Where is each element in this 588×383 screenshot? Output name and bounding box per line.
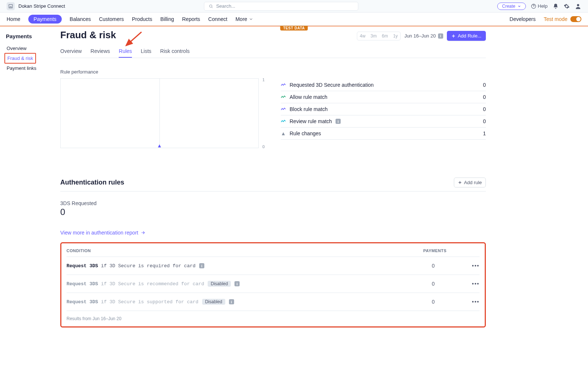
search-icon <box>209 4 213 8</box>
profile-icon[interactable] <box>575 3 581 10</box>
rule-more-icon[interactable]: ••• <box>465 281 480 287</box>
nav-billing[interactable]: Billing <box>160 16 174 22</box>
legend-row[interactable]: Requested 3D Secure authentication 0 <box>281 79 486 91</box>
legend-value: 1 <box>483 130 486 136</box>
stat-3ds-value: 0 <box>60 207 486 217</box>
rule-change-marker-icon: ▲ <box>157 143 162 148</box>
sidebar-item-fraud-risk[interactable]: Fraud & risk <box>4 54 35 63</box>
svg-point-0 <box>209 5 212 7</box>
chart-y-max: 1 <box>262 78 265 82</box>
nav-products[interactable]: Products <box>132 16 152 22</box>
legend-row[interactable]: ▲ Rule changes 1 <box>281 128 486 140</box>
nav-connect[interactable]: Connect <box>208 16 227 22</box>
add-rule-button[interactable]: Add rule <box>454 178 486 187</box>
legend-label: Block rule match <box>290 106 327 112</box>
view-more-link[interactable]: View more in authentication report <box>60 230 486 236</box>
add-rule-primary-button[interactable]: Add Rule... <box>447 31 486 41</box>
legend-value: 0 <box>483 118 486 124</box>
rule-condition: Request 3DS if 3D Secure is supported fo… <box>67 299 428 305</box>
help-label: Help <box>538 3 548 9</box>
settings-icon[interactable] <box>564 3 570 9</box>
info-icon: i <box>234 281 240 286</box>
rule-row[interactable]: Request 3DS if 3D Secure is recommended … <box>67 275 480 293</box>
rule-condition: Request 3DS if 3D Secure is recommended … <box>67 281 428 287</box>
rule-more-icon[interactable]: ••• <box>465 299 480 305</box>
chevron-down-icon <box>249 17 253 21</box>
toggle-switch-icon <box>570 16 581 22</box>
tab-rules[interactable]: Rules <box>119 45 132 58</box>
nav-payments[interactable]: Payments <box>28 15 61 24</box>
rule-performance-chart: ▲ <box>60 78 259 148</box>
test-data-badge: TEST DATA <box>280 26 308 31</box>
disabled-badge: Disabled <box>202 299 225 305</box>
chevron-down-icon <box>517 4 521 8</box>
tab-risk-controls[interactable]: Risk controls <box>160 45 190 58</box>
sidebar-title: Payments <box>4 33 52 39</box>
legend-label: Review rule match <box>290 118 332 124</box>
period-3m[interactable]: 3m <box>368 32 379 40</box>
search-placeholder: Search... <box>216 3 235 9</box>
page-title: Fraud & risk <box>60 29 116 41</box>
legend-value: 0 <box>483 94 486 100</box>
tab-overview[interactable]: Overview <box>60 45 82 58</box>
col-payments: PAYMENTS <box>423 248 447 253</box>
rule-payments: 0 <box>432 263 461 269</box>
rule-payments: 0 <box>432 299 461 305</box>
auth-rules-table: CONDITION PAYMENTS Request 3DS if 3D Sec… <box>60 242 486 327</box>
nav-more[interactable]: More <box>236 16 253 22</box>
help-button[interactable]: Help <box>531 3 548 9</box>
create-label: Create <box>502 4 515 9</box>
plus-icon <box>458 180 462 185</box>
search-input[interactable]: Search... <box>204 2 358 11</box>
chart-y-min: 0 <box>262 144 265 149</box>
plus-icon <box>451 34 456 38</box>
col-condition: CONDITION <box>67 248 91 253</box>
arrow-right-icon <box>140 230 146 235</box>
legend-row[interactable]: Review rule match i 0 <box>281 115 486 128</box>
info-icon: i <box>229 299 234 304</box>
nav-developers[interactable]: Developers <box>510 16 536 22</box>
nav-home[interactable]: Home <box>7 16 20 22</box>
tab-reviews[interactable]: Reviews <box>90 45 110 58</box>
nav-balances[interactable]: Balances <box>70 16 91 22</box>
disabled-badge: Disabled <box>208 281 231 287</box>
sidebar-item-overview[interactable]: Overview <box>4 44 52 53</box>
legend-line-icon <box>281 119 286 123</box>
legend-row[interactable]: Allow rule match 0 <box>281 91 486 103</box>
legend-line-icon: ▲ <box>281 130 286 136</box>
legend-row[interactable]: Block rule match 0 <box>281 103 486 115</box>
store-icon <box>7 2 15 10</box>
rule-performance-label: Rule performance <box>60 69 486 75</box>
rule-row[interactable]: Request 3DS if 3D Secure is required for… <box>67 257 480 275</box>
nav-customers[interactable]: Customers <box>99 16 124 22</box>
legend-value: 0 <box>483 106 486 112</box>
legend-label: Allow rule match <box>290 94 327 100</box>
nav-reports[interactable]: Reports <box>182 16 200 22</box>
info-icon: i <box>336 119 341 124</box>
auth-rules-title: Authentication rules <box>60 179 124 186</box>
tab-lists[interactable]: Lists <box>141 45 151 58</box>
period-selector[interactable]: 4w 3m 6m 1y <box>357 32 401 40</box>
period-6m[interactable]: 6m <box>379 32 391 40</box>
test-mode-toggle[interactable]: Test mode <box>544 16 581 22</box>
rule-more-icon[interactable]: ••• <box>465 263 480 269</box>
create-button[interactable]: Create <box>497 3 526 10</box>
legend-line-icon <box>281 83 286 87</box>
legend-value: 0 <box>483 82 486 88</box>
period-4w[interactable]: 4w <box>357 32 368 40</box>
brand[interactable]: Dokan Stripe Connect <box>7 2 65 10</box>
period-1y[interactable]: 1y <box>391 32 401 40</box>
rule-payments: 0 <box>432 281 461 287</box>
help-icon <box>531 4 536 9</box>
date-range[interactable]: Jun 16–Jun 20 i <box>404 33 443 39</box>
brand-name: Dokan Stripe Connect <box>18 3 65 9</box>
rule-condition: Request 3DS if 3D Secure is required for… <box>67 263 428 269</box>
legend-line-icon <box>281 107 286 111</box>
sidebar-item-payment-links[interactable]: Payment links <box>4 64 52 73</box>
rule-row[interactable]: Request 3DS if 3D Secure is supported fo… <box>67 293 480 311</box>
legend-line-icon <box>281 95 286 99</box>
info-icon: i <box>199 263 204 268</box>
notifications-icon[interactable] <box>553 3 559 9</box>
svg-point-2 <box>577 4 579 6</box>
legend-label: Requested 3D Secure authentication <box>290 82 374 88</box>
